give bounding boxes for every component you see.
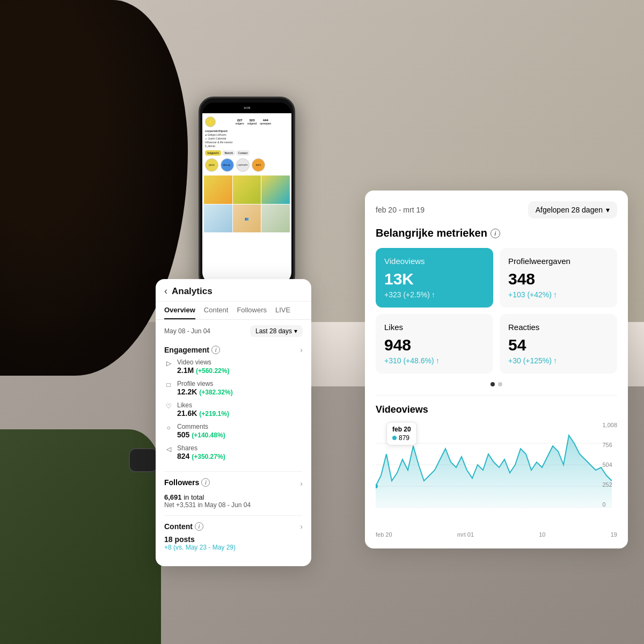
analytics-date: May 08 - Jun 04 bbox=[164, 327, 210, 335]
metric-video-label: Video views bbox=[177, 358, 303, 366]
phone-stat-views: 444 oproepen bbox=[260, 119, 271, 125]
phone-body: 14:05 🌟 227 volgers 323 volgend bbox=[199, 97, 295, 290]
phone-screen: 14:05 🌟 227 volgers 323 volgend bbox=[202, 103, 291, 284]
ig-videoviews-value: 13K bbox=[384, 270, 485, 288]
phone-photo-grid: 👥 bbox=[204, 175, 290, 232]
ig-metric-profile-views: Profielweergaven 348 +103 (+42%) ↑ bbox=[500, 248, 617, 308]
phone-stat-posts: 227 volgers bbox=[236, 119, 244, 125]
content-section: Content i › 18 posts +8 (vs. May 23 - Ma… bbox=[156, 518, 311, 555]
ig-date-row: feb 20 - mrt 19 Afgelopen 28 dagen ▾ bbox=[376, 201, 617, 218]
metric-video-views: ▷ Video views 2.1M (+560.22%) bbox=[164, 358, 303, 375]
phone-instagram-app: 🌟 227 volgers 323 volgend 444 oproepen bbox=[202, 113, 291, 284]
back-button[interactable]: ‹ bbox=[164, 286, 167, 297]
ig-chart-tooltip: feb 20 879 bbox=[386, 422, 417, 445]
ig-tooltip-dot bbox=[392, 436, 397, 440]
ig-y-label-3: 504 bbox=[602, 462, 617, 468]
ig-y-label-2: 756 bbox=[602, 442, 617, 448]
ig-tooltip-date: feb 20 bbox=[392, 426, 411, 433]
ig-likes-title: Likes bbox=[384, 323, 485, 332]
phone-stats: 227 volgers 323 volgend 444 oproepen bbox=[218, 119, 289, 125]
ig-videoviews-change: +323 (+2.5%) ↑ bbox=[384, 290, 485, 299]
analytics-panel: ‹ Analytics Overview Content Followers L… bbox=[156, 279, 311, 566]
ig-y-label-5: 0 bbox=[602, 501, 617, 508]
ig-likes-value: 948 bbox=[384, 336, 485, 354]
ig-likes-change: +310 (+48.6%) ↑ bbox=[384, 356, 485, 365]
ig-profile-views-title: Profielweergaven bbox=[508, 257, 609, 266]
ig-reacties-value: 54 bbox=[508, 336, 609, 354]
tab-live[interactable]: LIVE bbox=[275, 302, 290, 319]
ig-x-label-4: 19 bbox=[611, 531, 617, 538]
ig-dot-2[interactable] bbox=[498, 382, 502, 386]
content-value: 18 posts bbox=[164, 535, 303, 544]
ig-info-icon: i bbox=[491, 229, 500, 238]
ig-reacties-change: +30 (+125%) ↑ bbox=[508, 356, 609, 365]
followers-title: Followers i bbox=[164, 478, 210, 487]
profile-icon: □ bbox=[164, 380, 173, 389]
ig-profile-views-value: 348 bbox=[508, 270, 609, 288]
phone-avatar: 🌟 bbox=[205, 116, 216, 127]
ig-chart-x-labels: feb 20 mrt 01 10 19 bbox=[376, 529, 617, 538]
ig-metric-likes: Likes 948 +310 (+48.6%) ↑ bbox=[376, 314, 493, 374]
ig-chart-title: Videoviews bbox=[376, 404, 617, 415]
followers-section: Followers i › 6,691 in total Net +3,531 … bbox=[156, 474, 311, 513]
video-icon: ▷ bbox=[164, 359, 173, 368]
content-title: Content i bbox=[164, 522, 203, 531]
metric-shares-value: 824 (+350.27%) bbox=[177, 452, 303, 460]
ig-chart-section: Videoviews bbox=[376, 395, 617, 538]
metric-likes: ♡ Likes 21.6K (+219.1%) bbox=[164, 401, 303, 418]
engagement-arrow: › bbox=[300, 346, 303, 354]
metric-profile-views: □ Profile views 12.2K (+382.32%) bbox=[164, 380, 303, 396]
ig-reacties-title: Reacties bbox=[508, 323, 609, 332]
tab-overview[interactable]: Overview bbox=[164, 302, 195, 319]
metric-video-change: (+560.22%) bbox=[196, 367, 229, 375]
content-header: Content i › bbox=[164, 522, 303, 531]
followers-count: 6,691 in total bbox=[164, 493, 303, 501]
ig-tooltip-value: 879 bbox=[392, 434, 411, 442]
engagement-section: Engagement i › ▷ Video views 2.1M (+560.… bbox=[156, 342, 311, 469]
smartwatch-face bbox=[129, 448, 158, 472]
ig-x-label-1: feb 20 bbox=[376, 531, 392, 538]
metric-profile-change: (+382.32%) bbox=[199, 389, 232, 396]
ig-metric-reacties: Reacties 54 +30 (+125%) ↑ bbox=[500, 314, 617, 374]
metric-likes-value: 21.6K (+219.1%) bbox=[177, 409, 303, 418]
analytics-tabs: Overview Content Followers LIVE bbox=[156, 302, 311, 320]
section-divider-2 bbox=[164, 515, 303, 516]
tab-followers[interactable]: Followers bbox=[237, 302, 267, 319]
metric-comments-value: 505 (+140.48%) bbox=[177, 430, 303, 439]
phone-stat-following: 323 volgend bbox=[247, 119, 257, 125]
metric-shares: ◁ Shares 824 (+350.27%) bbox=[164, 444, 303, 460]
followers-net: Net +3,531 in May 08 - Jun 04 bbox=[164, 501, 303, 509]
metric-video-value: 2.1M (+560.22%) bbox=[177, 366, 303, 375]
chevron-down-icon: ▾ bbox=[606, 206, 610, 214]
engagement-info-icon: i bbox=[211, 346, 220, 354]
metric-shares-info: Shares 824 (+350.27%) bbox=[177, 444, 303, 460]
metric-shares-label: Shares bbox=[177, 444, 303, 452]
metric-likes-change: (+219.1%) bbox=[199, 410, 229, 418]
content-info-icon: i bbox=[195, 522, 203, 531]
phone-status-bar: 14:05 bbox=[202, 103, 291, 113]
likes-icon: ♡ bbox=[164, 402, 173, 411]
ig-x-label-2: mrt 01 bbox=[457, 531, 474, 538]
ig-period-selector[interactable]: Afgelopen 28 dagen ▾ bbox=[528, 201, 617, 218]
metric-comments-change: (+140.48%) bbox=[192, 431, 225, 439]
ig-y-label-4: 252 bbox=[602, 481, 617, 488]
followers-arrow: › bbox=[300, 479, 303, 488]
metric-comments-label: Comments bbox=[177, 423, 303, 430]
ig-chart-container: feb 20 879 1,008 756 504 252 0 bbox=[376, 422, 617, 529]
shares-icon: ◁ bbox=[164, 445, 173, 453]
phone-profile-header: 🌟 227 volgers 323 volgend 444 oproepen bbox=[204, 115, 290, 128]
ig-chart-y-labels: 1,008 756 504 252 0 bbox=[602, 422, 617, 508]
metric-shares-change: (+350.27%) bbox=[192, 453, 225, 460]
followers-info-icon: i bbox=[201, 478, 210, 487]
ig-videoviews-title: Videoviews bbox=[384, 257, 485, 266]
ig-dot-1[interactable] bbox=[491, 382, 495, 386]
metric-likes-info: Likes 21.6K (+219.1%) bbox=[177, 401, 303, 418]
ig-metrics-grid: Videoviews 13K +323 (+2.5%) ↑ Profielwee… bbox=[376, 248, 617, 374]
engagement-header: Engagement i › bbox=[164, 346, 303, 354]
ig-profile-views-change: +103 (+42%) ↑ bbox=[508, 290, 609, 299]
period-selector[interactable]: Last 28 days ▾ bbox=[250, 325, 303, 337]
tab-content[interactable]: Content bbox=[204, 302, 229, 319]
ig-x-label-3: 10 bbox=[539, 531, 545, 538]
metric-profile-label: Profile views bbox=[177, 380, 303, 387]
ig-y-label-1: 1,008 bbox=[602, 422, 617, 428]
